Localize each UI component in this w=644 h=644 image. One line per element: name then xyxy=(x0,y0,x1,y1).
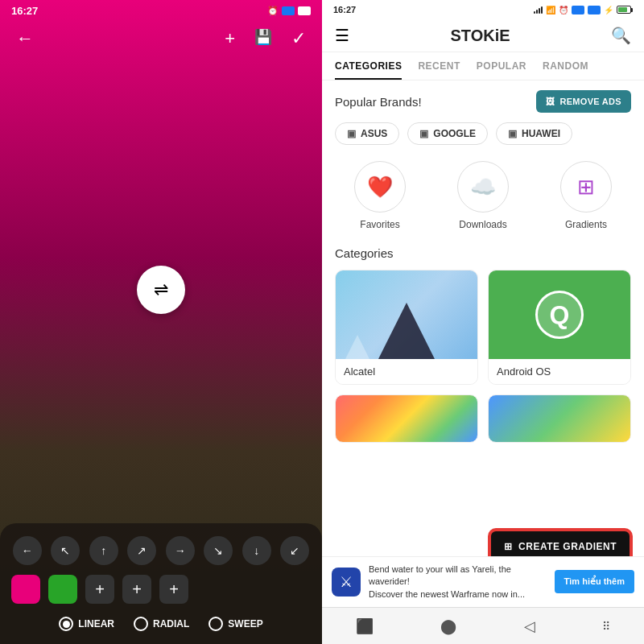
ad-bar: ⚔ Bend water to your will as Yareli, the… xyxy=(322,556,644,607)
mode-sweep[interactable]: SWEEP xyxy=(208,617,262,631)
ad-line1: Bend water to your will as Yareli, the w… xyxy=(369,564,547,588)
time-right: 16:27 xyxy=(333,5,356,14)
dir-upright[interactable]: ↗ xyxy=(127,536,156,565)
gradients-label: Gradients xyxy=(565,219,607,230)
create-gradient-icon: ⊞ xyxy=(504,541,513,552)
signal-icon xyxy=(534,6,543,14)
add-color-1[interactable]: + xyxy=(85,575,114,604)
status-bar-left: 16:27 ⏰ xyxy=(0,0,322,22)
app-title: STOKiE xyxy=(450,27,510,45)
favorites-icon-circle: ❤️ xyxy=(354,161,406,213)
ad-cta-button[interactable]: Tìm hiểu thêm xyxy=(555,570,634,593)
gradients-icon-circle: ⊞ xyxy=(560,161,612,213)
alcatel-image xyxy=(336,270,477,359)
brand-huawei[interactable]: ▣ HUAWEI xyxy=(496,122,572,145)
alcatel-stripe xyxy=(345,335,369,359)
category-alcatel[interactable]: Alcatel xyxy=(335,270,478,385)
mode-row: LINEAR RADIAL SWEEP xyxy=(8,613,314,636)
popular-brands-row: Popular Brands! 🖼 REMOVE ADS xyxy=(335,90,631,113)
radio-radial xyxy=(134,617,148,631)
check-button[interactable]: ✓ xyxy=(291,28,306,49)
favorites-icon: ❤️ xyxy=(367,175,393,200)
color-swatch-pink[interactable] xyxy=(11,575,40,604)
fb-right-icon xyxy=(572,6,584,14)
radio-linear xyxy=(59,617,73,631)
android-image: Q xyxy=(489,270,630,359)
quick-access-row: ❤️ Favorites ☁️ Downloads ⊞ Gradients xyxy=(335,161,631,230)
remove-ads-button[interactable]: 🖼 REMOVE ADS xyxy=(536,90,631,113)
nav-stop-icon[interactable]: ⬛ xyxy=(356,617,374,635)
dir-up[interactable]: ↑ xyxy=(89,536,118,565)
search-button[interactable]: 🔍 xyxy=(611,26,631,45)
status-icons-right: 📶 ⏰ ⚡ xyxy=(534,6,633,14)
bluetooth-icon: ⚡ xyxy=(604,6,613,14)
menu-button[interactable]: ☰ xyxy=(335,26,349,45)
brand-google[interactable]: ▣ GOOGLE xyxy=(407,122,488,145)
google-icon: ▣ xyxy=(419,128,428,139)
downloads-label: Downloads xyxy=(459,219,506,230)
huawei-icon: ▣ xyxy=(508,128,517,139)
dir-downright[interactable]: ↘ xyxy=(204,536,233,565)
dir-right[interactable]: → xyxy=(166,536,195,565)
back-button[interactable]: ← xyxy=(16,28,34,49)
fb2-right-icon xyxy=(588,6,601,14)
partial-card-left[interactable] xyxy=(335,394,478,443)
nav-menu-icon[interactable]: ⠿ xyxy=(602,620,610,633)
quick-gradients[interactable]: ⊞ Gradients xyxy=(541,161,631,230)
quick-favorites[interactable]: ❤️ Favorites xyxy=(335,161,425,230)
color-swatch-green[interactable] xyxy=(48,575,77,604)
brand-asus[interactable]: ▣ ASUS xyxy=(335,122,399,145)
mode-linear[interactable]: LINEAR xyxy=(59,617,114,631)
add-color-3[interactable]: + xyxy=(159,575,188,604)
tab-random[interactable]: RANDOM xyxy=(543,52,588,80)
alcatel-triangle xyxy=(378,303,435,359)
ad-text: Bend water to your will as Yareli, the w… xyxy=(369,564,547,601)
alcatel-name: Alcatel xyxy=(336,359,477,384)
top-nav-left: ← + 💾 ✓ xyxy=(0,22,322,56)
bottom-controls: ← ↖ ↑ ↗ → ↘ ↓ ↙ + + + LINEAR xyxy=(0,523,322,644)
save-button[interactable]: 💾 xyxy=(254,28,272,49)
battery-icon xyxy=(617,6,633,14)
mode-radial[interactable]: RADIAL xyxy=(134,617,189,631)
nav-home-icon[interactable]: ⬤ xyxy=(440,617,456,635)
dir-upleft[interactable]: ↖ xyxy=(51,536,80,565)
downloads-icon-circle: ☁️ xyxy=(457,161,509,213)
tabs-row: CATEGORIES RECENT POPULAR RANDOM xyxy=(322,52,644,80)
fb-icon xyxy=(282,6,295,15)
right-panel: 16:27 📶 ⏰ ⚡ ☰ STOKiE 🔍 xyxy=(322,0,644,644)
add-button[interactable]: + xyxy=(225,28,235,49)
direction-row: ← ↖ ↑ ↗ → ↘ ↓ ↙ xyxy=(8,536,314,565)
alarm-icon: ⏰ xyxy=(267,6,279,16)
create-gradient-label: CREATE GRADIENT xyxy=(518,541,617,552)
partial-card-right[interactable] xyxy=(488,394,631,443)
partial-cards xyxy=(335,394,631,443)
category-grid: Alcatel Q Android OS xyxy=(335,270,631,385)
remove-ads-label: REMOVE ADS xyxy=(559,97,621,106)
add-color-2[interactable]: + xyxy=(122,575,151,604)
quick-downloads[interactable]: ☁️ Downloads xyxy=(438,161,528,230)
color-row: + + + xyxy=(8,575,314,604)
alarm-right-icon: ⏰ xyxy=(559,6,568,14)
shuffle-button[interactable]: ⇌ xyxy=(137,266,185,314)
remove-ads-icon: 🖼 xyxy=(546,97,555,106)
dir-down[interactable]: ↓ xyxy=(242,536,271,565)
tab-categories[interactable]: CATEGORIES xyxy=(335,52,402,80)
shuffle-icon: ⇌ xyxy=(154,279,168,300)
radio-sweep xyxy=(208,617,223,631)
tab-popular[interactable]: POPULAR xyxy=(477,52,526,80)
asus-label: ASUS xyxy=(361,128,387,139)
ad-icon: ⚔ xyxy=(332,568,361,597)
fb2-icon xyxy=(298,6,311,15)
android-name: Android OS xyxy=(489,359,630,384)
tab-recent[interactable]: RECENT xyxy=(418,52,460,80)
bottom-nav: ⬛ ⬤ ◁ ⠿ xyxy=(322,607,644,644)
dir-downleft[interactable]: ↙ xyxy=(280,536,309,565)
favorites-label: Favorites xyxy=(360,219,399,230)
mode-linear-label: LINEAR xyxy=(78,618,114,630)
category-android[interactable]: Q Android OS xyxy=(488,270,631,385)
dir-left[interactable]: ← xyxy=(13,536,42,565)
ad-line2: Discover the newest Warframe now in... xyxy=(369,588,547,601)
nav-back-icon[interactable]: ◁ xyxy=(524,617,535,635)
gradients-icon: ⊞ xyxy=(577,175,595,200)
popular-brands-label: Popular Brands! xyxy=(335,95,422,109)
